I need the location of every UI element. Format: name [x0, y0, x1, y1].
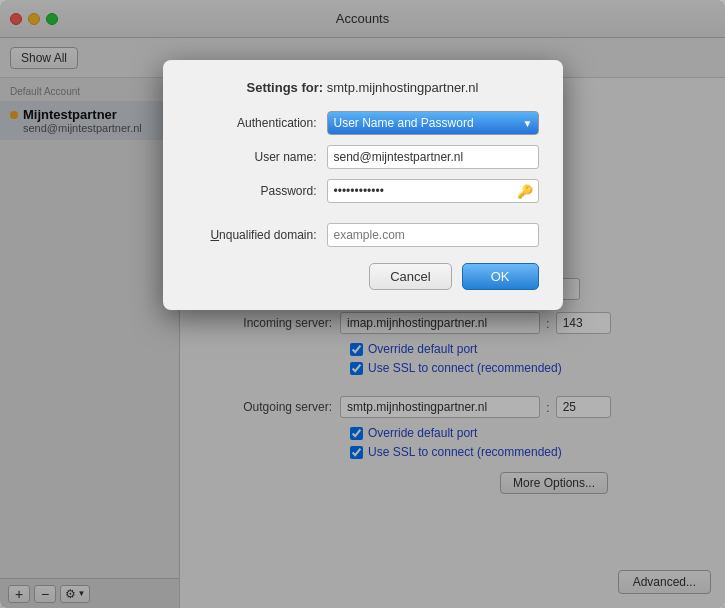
authentication-select[interactable]: User Name and Password MD5 Challenge-Res…: [327, 111, 539, 135]
modal-settings-header: Settings for: smtp.mijnhostingpartner.nl: [187, 80, 539, 95]
cancel-button[interactable]: Cancel: [369, 263, 451, 290]
unqualified-domain-label: Unqualified domain:: [187, 228, 327, 242]
username-label: User name:: [187, 150, 327, 164]
settings-for-value: smtp.mijnhostingpartner.nl: [327, 80, 479, 95]
username-input[interactable]: [327, 145, 539, 169]
unqualified-domain-row: Unqualified domain:: [187, 223, 539, 247]
settings-for-label: Settings for:: [247, 80, 324, 95]
modal-dialog: Settings for: smtp.mijnhostingpartner.nl…: [163, 60, 563, 310]
unqualified-domain-input[interactable]: [327, 223, 539, 247]
password-row: Password: 🔑: [187, 179, 539, 203]
modal-buttons: Cancel OK: [187, 263, 539, 290]
authentication-row: Authentication: User Name and Password M…: [187, 111, 539, 135]
modal-overlay: Settings for: smtp.mijnhostingpartner.nl…: [0, 0, 725, 608]
password-input[interactable]: [327, 179, 539, 203]
authentication-select-wrapper: User Name and Password MD5 Challenge-Res…: [327, 111, 539, 135]
password-field-label: Password:: [187, 184, 327, 198]
authentication-label: Authentication:: [187, 116, 327, 130]
password-field-wrapper: 🔑: [327, 179, 539, 203]
main-window: Accounts Show All Default Account Mijnte…: [0, 0, 725, 608]
username-row: User name:: [187, 145, 539, 169]
ok-button[interactable]: OK: [462, 263, 539, 290]
key-icon: 🔑: [517, 184, 533, 199]
